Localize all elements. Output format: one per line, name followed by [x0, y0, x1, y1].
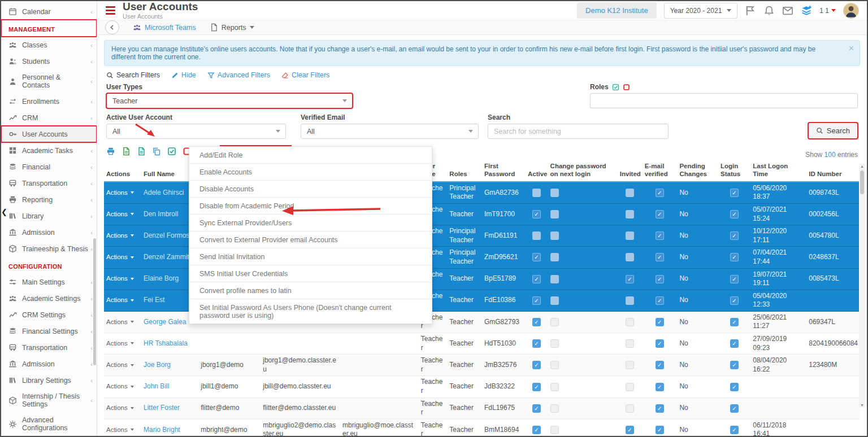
row-actions-button[interactable]: Actions	[106, 426, 134, 434]
row-actions-button[interactable]: Actions	[106, 318, 134, 326]
scroll-up-icon[interactable]: ▲	[859, 164, 865, 168]
table-row[interactable]: Actions Joe Borg jborg1@demo jborg1@demo…	[104, 355, 860, 376]
sidebar-collapse-arrow[interactable]: ❮	[1, 208, 7, 216]
sidebar-item-library-settings[interactable]: Library Settings‹	[1, 372, 97, 388]
user-name-link[interactable]: Denzel Formosa	[144, 231, 193, 239]
user-name-link[interactable]: Den Imbroll	[144, 210, 178, 218]
row-actions-button[interactable]: Actions	[106, 274, 134, 283]
sidebar-item-academic-tasks[interactable]: Academic Tasks‹	[1, 142, 97, 159]
row-actions-button[interactable]: Actions	[106, 231, 134, 240]
login-status-checkbox[interactable]	[730, 253, 739, 261]
login-status-checkbox[interactable]	[730, 383, 739, 391]
table-row[interactable]: Actions HR Tshabalala Teacher Teacher Hd…	[104, 333, 860, 355]
email-verified-checkbox[interactable]	[656, 210, 664, 218]
export-file-1-icon[interactable]	[121, 147, 131, 156]
row-actions-button[interactable]: Actions	[106, 189, 134, 197]
change-password-checkbox[interactable]	[550, 426, 559, 434]
bulk-menu-item-sms-initial-user-credentials[interactable]: SMS Initial User Credentials	[189, 265, 432, 282]
banner-close-icon[interactable]: ×	[849, 43, 854, 54]
active-checkbox[interactable]	[532, 210, 541, 218]
bulk-menu-item-send-initial-invitation[interactable]: Send Initial Invitation	[189, 248, 432, 265]
row-actions-button[interactable]: Actions	[106, 253, 134, 261]
sidebar-item-transportation[interactable]: Transportation‹	[1, 175, 97, 191]
messages-envelope-icon[interactable]	[782, 5, 793, 16]
row-actions-button[interactable]: Actions	[106, 210, 134, 218]
table-row[interactable]: Actions John Bill jbill1@demo jbill@demo…	[104, 376, 860, 397]
column-header-invited[interactable]: Invited	[618, 160, 643, 182]
change-password-checkbox[interactable]	[550, 383, 559, 391]
login-status-checkbox[interactable]	[730, 189, 739, 197]
active-checkbox[interactable]	[532, 296, 541, 305]
sidebar-item-personnel-contacts[interactable]: Personnel & Contacts‹	[1, 69, 97, 93]
email-verified-checkbox[interactable]	[656, 361, 664, 369]
login-status-checkbox[interactable]	[730, 404, 739, 413]
user-name-link[interactable]: Adele Ghirsci	[144, 189, 184, 196]
sidebar-item-financial[interactable]: Financial‹	[1, 159, 97, 175]
sidebar-item-calendar[interactable]: Calendar‹	[1, 3, 97, 20]
sidebar-item-library[interactable]: Library‹	[1, 208, 97, 224]
login-status-checkbox[interactable]	[730, 231, 739, 240]
row-actions-button[interactable]: Actions	[106, 404, 134, 412]
change-password-checkbox[interactable]	[550, 404, 559, 413]
change-password-checkbox[interactable]	[550, 210, 559, 218]
bulk-menu-item-convert-profile-names-to-latin[interactable]: Convert profile names to latin	[189, 282, 432, 299]
email-verified-checkbox[interactable]	[656, 339, 664, 348]
search-input[interactable]	[488, 124, 669, 139]
sidebar-item-enrollments[interactable]: Enrollments‹	[1, 93, 97, 110]
bulk-menu-item-disable-accounts[interactable]: Disable Accounts	[189, 181, 432, 198]
invited-checkbox[interactable]	[626, 210, 634, 218]
login-status-checkbox[interactable]	[730, 361, 739, 369]
table-row[interactable]: Actions Litter Foster flitter@demo flitt…	[104, 397, 860, 419]
hamburger-menu-icon[interactable]	[106, 6, 115, 15]
user-types-select[interactable]: Teacher	[106, 93, 353, 108]
row-actions-button[interactable]: Actions	[106, 361, 134, 369]
user-name-link[interactable]: Mario Bright	[144, 426, 180, 434]
active-checkbox[interactable]	[532, 253, 541, 261]
invited-checkbox[interactable]	[626, 275, 634, 283]
invited-checkbox[interactable]	[626, 404, 634, 413]
sidebar-item-advanced-configurations[interactable]: Advanced Configurations	[1, 412, 97, 436]
change-password-checkbox[interactable]	[550, 361, 559, 369]
email-verified-checkbox[interactable]	[656, 231, 664, 240]
bulk-menu-item-add-edit-role[interactable]: Add/Edit Role	[189, 147, 432, 164]
bulk-menu-item-convert-to-external-provider-email-accou[interactable]: Convert to External Provider email Accou…	[189, 231, 432, 248]
layers-icon[interactable]	[801, 5, 812, 16]
user-name-link[interactable]: Fei Est	[144, 296, 164, 304]
notifications-bell-icon[interactable]	[763, 5, 775, 16]
change-password-checkbox[interactable]	[550, 296, 559, 305]
table-row[interactable]: Actions Mario Bright mbright@demo mbrigu…	[104, 419, 860, 437]
sidebar-item-reporting[interactable]: Reporting‹	[1, 191, 97, 208]
microsoft-teams-link[interactable]: Microsoft Teams	[133, 23, 196, 32]
invited-checkbox[interactable]	[626, 318, 634, 326]
select-all-icon[interactable]	[167, 147, 176, 156]
email-verified-checkbox[interactable]	[656, 189, 664, 197]
email-verified-checkbox[interactable]	[656, 275, 664, 283]
sidebar-item-academic-settings[interactable]: Academic Settings‹	[1, 290, 97, 307]
user-id-chip[interactable]: 1 1	[819, 7, 836, 15]
sidebar-item-user-accounts[interactable]: User Accounts	[1, 126, 97, 142]
user-name-link[interactable]: Denzel Zammit	[144, 253, 189, 261]
advanced-filters-link[interactable]: Advanced Filters	[207, 71, 270, 79]
email-verified-checkbox[interactable]	[656, 383, 664, 391]
sidebar-item-crm[interactable]: CRM‹	[1, 110, 97, 126]
active-checkbox[interactable]	[532, 383, 541, 391]
verified-email-select[interactable]: All	[301, 124, 479, 139]
search-filters-toggle[interactable]: Search Filters	[106, 71, 160, 79]
login-status-checkbox[interactable]	[730, 426, 739, 434]
sidebar-item-admission[interactable]: Admission‹	[1, 356, 97, 372]
user-name-link[interactable]: Joe Borg	[144, 361, 171, 369]
column-header-change_pw[interactable]: Change password on next login	[548, 160, 618, 182]
sidebar-item-financial-settings[interactable]: Financial Settings‹	[1, 323, 97, 339]
scrollbar-thumb[interactable]	[860, 171, 864, 194]
avatar[interactable]	[843, 3, 859, 19]
table-scrollbar[interactable]: ▲ ▼	[859, 164, 865, 408]
user-name-link[interactable]: HR Tshabalala	[144, 339, 188, 347]
row-actions-button[interactable]: Actions	[106, 382, 134, 391]
change-password-checkbox[interactable]	[550, 231, 559, 240]
row-actions-button[interactable]: Actions	[106, 339, 134, 348]
column-header-first_password[interactable]: First Password	[482, 160, 526, 182]
invited-checkbox[interactable]	[626, 296, 634, 305]
invited-checkbox[interactable]	[626, 426, 634, 434]
change-password-checkbox[interactable]	[550, 339, 559, 348]
invited-checkbox[interactable]	[626, 339, 634, 348]
